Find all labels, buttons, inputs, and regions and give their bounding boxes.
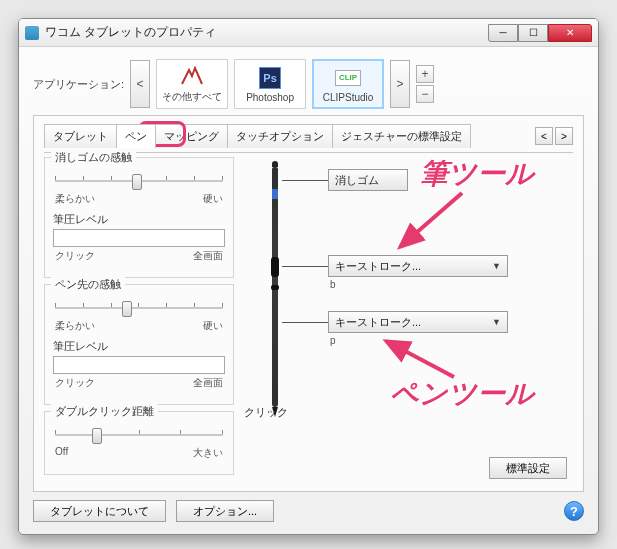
tab-mapping[interactable]: マッピング [155,124,228,148]
remove-app-button[interactable]: − [416,85,434,103]
options-button[interactable]: オプション... [176,500,274,522]
lower-button-keystroke: p [330,335,508,346]
tip-pressure-field[interactable] [53,356,225,374]
pen-illustration [272,167,278,417]
upper-button-keystroke: b [330,279,508,290]
eraser-feel-slider[interactable] [55,172,223,190]
annotation-brush-tool: 筆ツール [420,155,534,193]
lower-button-dropdown[interactable]: キーストローク... ▼ [328,311,508,333]
eraser-feel-title: 消しゴムの感触 [51,150,136,165]
add-app-button[interactable]: + [416,65,434,83]
minimize-button[interactable]: ─ [488,24,518,42]
eraser-feel-group: 消しゴムの感触 柔らかい硬い 筆圧レベル クリック全画面 [44,157,234,278]
window: ワコム タブレットのプロパティ ─ ☐ ✕ アプリケーション: < その他すべて… [18,18,599,535]
app-scroll-right[interactable]: > [390,60,410,108]
about-tablet-button[interactable]: タブレットについて [33,500,166,522]
tip-feel-slider[interactable] [55,299,223,317]
maximize-button[interactable]: ☐ [518,24,548,42]
application-label: アプリケーション: [33,77,124,92]
titlebar[interactable]: ワコム タブレットのプロパティ ─ ☐ ✕ [19,19,598,47]
double-click-title: ダブルクリック距離 [51,404,158,419]
app-icon [25,26,39,40]
tip-pressure-label: 筆圧レベル [53,339,225,354]
generic-app-icon [179,64,205,88]
annotation-pen-tool: ペンツール [390,375,534,413]
app-item-photoshop[interactable]: Ps Photoshop [234,59,306,109]
svg-line-1 [386,341,454,377]
app-item-other[interactable]: その他すべて [156,59,228,109]
tab-pen[interactable]: ペン [116,124,156,148]
svg-line-0 [400,193,462,247]
tab-scroll-right[interactable]: > [555,127,573,145]
tab-scroll-left[interactable]: < [535,127,553,145]
help-button[interactable]: ? [564,501,584,521]
window-title: ワコム タブレットのプロパティ [45,24,488,41]
photoshop-icon: Ps [257,66,283,90]
pen-tip-label: クリック [244,405,288,420]
default-settings-button[interactable]: 標準設定 [489,457,567,479]
main-panel: タブレット ペン マッピング タッチオプション ジェスチャーの標準設定 < > … [33,115,584,492]
tip-feel-title: ペン先の感触 [51,277,125,292]
app-scroll-left[interactable]: < [130,60,150,108]
eraser-assign-dropdown[interactable]: 消しゴム [328,169,408,191]
tip-feel-group: ペン先の感触 柔らかい硬い 筆圧レベル クリック全画面 [44,284,234,405]
eraser-pressure-field[interactable] [53,229,225,247]
tab-tablet[interactable]: タブレット [44,124,117,148]
upper-button-dropdown[interactable]: キーストローク... ▼ [328,255,508,277]
chevron-down-icon: ▼ [492,317,501,327]
tab-gesture-default[interactable]: ジェスチャーの標準設定 [332,124,471,148]
chevron-down-icon: ▼ [492,261,501,271]
annotation-arrow-brush [382,187,472,257]
tab-touch-options[interactable]: タッチオプション [227,124,333,148]
double-click-group: ダブルクリック距離 Off大きい [44,411,234,475]
close-button[interactable]: ✕ [548,24,592,42]
app-item-clipstudio[interactable]: CLIP CLIPStudio [312,59,384,109]
clipstudio-icon: CLIP [335,66,361,90]
eraser-pressure-label: 筆圧レベル [53,212,225,227]
application-row: アプリケーション: < その他すべて Ps Photoshop [33,59,584,109]
double-click-slider[interactable] [55,426,223,444]
